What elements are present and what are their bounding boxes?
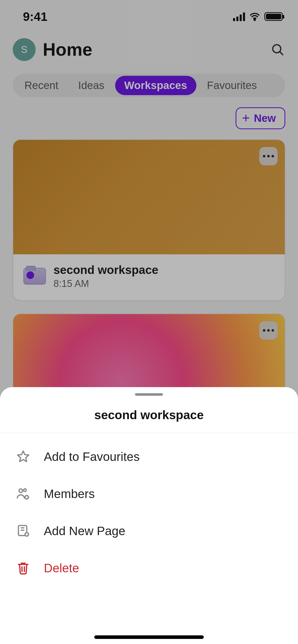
sheet-title: second workspace	[0, 396, 298, 433]
new-page-icon	[15, 523, 31, 539]
sheet-item-label: Delete	[44, 561, 79, 575]
members-icon	[15, 486, 31, 502]
svg-point-4	[24, 489, 26, 491]
home-indicator[interactable]	[94, 635, 204, 639]
sheet-item-delete[interactable]: Delete	[0, 549, 298, 587]
svg-point-3	[19, 489, 23, 492]
sheet-item-add-new-page[interactable]: Add New Page	[0, 512, 298, 549]
sheet-options: Add to Favourites Members	[0, 433, 298, 592]
sheet-grabber[interactable]	[135, 393, 163, 396]
sheet-item-label: Add to Favourites	[44, 450, 140, 464]
trash-icon	[15, 560, 31, 576]
sheet-item-members[interactable]: Members	[0, 475, 298, 512]
sheet-item-add-to-favourites[interactable]: Add to Favourites	[0, 438, 298, 475]
star-icon	[15, 449, 31, 464]
action-sheet: second workspace Add to Favourites Membe…	[0, 387, 298, 644]
sheet-item-label: Add New Page	[44, 524, 125, 538]
sheet-item-label: Members	[44, 487, 95, 501]
